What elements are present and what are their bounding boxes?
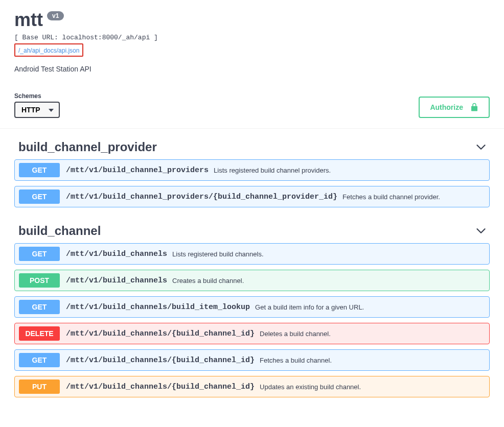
operation-path: /mtt/v1/build_channels xyxy=(66,276,167,285)
operation-row[interactable]: DELETE/mtt/v1/build_channels/{build_chan… xyxy=(14,323,490,344)
scheme-authorize-row: Schemes HTTP Authorize xyxy=(0,78,504,129)
operation-row[interactable]: GET/mtt/v1/build_channels/{build_channel… xyxy=(14,349,490,371)
operation-path: /mtt/v1/build_channels/{build_channel_id… xyxy=(66,356,255,365)
tag-name: build_channel xyxy=(18,224,101,238)
operation-path: /mtt/v1/build_channel_providers/{build_c… xyxy=(66,193,337,201)
operation-path: /mtt/v1/build_channel_providers xyxy=(66,166,209,175)
schemes-block: Schemes HTTP xyxy=(14,92,60,118)
operation-row[interactable]: GET/mtt/v1/build_channels/build_item_loo… xyxy=(14,296,490,318)
operation-path: /mtt/v1/build_channels xyxy=(66,250,167,258)
method-badge-post: POST xyxy=(19,273,60,288)
api-json-link-highlight: /_ah/api_docs/api.json xyxy=(14,43,83,57)
method-badge-get: GET xyxy=(19,353,60,367)
operation-row[interactable]: POST/mtt/v1/build_channelsCreates a buil… xyxy=(14,270,490,291)
method-badge-get: GET xyxy=(19,300,60,314)
lock-icon xyxy=(470,103,478,112)
tag-name: build_channel_provider xyxy=(18,140,157,154)
tag-header-build_channel[interactable]: build_channel xyxy=(14,212,490,243)
api-description: Android Test Station API xyxy=(14,65,490,73)
operation-row[interactable]: GET/mtt/v1/build_channelsLists registere… xyxy=(14,243,490,265)
tags-area: build_channel_providerGET/mtt/v1/build_c… xyxy=(0,129,504,397)
method-badge-get: GET xyxy=(19,189,60,204)
authorize-label: Authorize xyxy=(430,103,463,111)
operation-summary: Fetches a build channel. xyxy=(260,357,332,364)
operation-path: /mtt/v1/build_channels/build_item_lookup xyxy=(66,303,250,312)
operation-summary: Updates an existing build channel. xyxy=(260,383,361,391)
api-title: mtt xyxy=(14,9,43,31)
chevron-down-icon xyxy=(476,228,486,234)
operation-summary: Lists registered build channels. xyxy=(172,250,264,258)
operation-path: /mtt/v1/build_channels/{build_channel_id… xyxy=(66,383,255,391)
tag-header-build_channel_provider[interactable]: build_channel_provider xyxy=(14,129,490,159)
version-badge: v1 xyxy=(47,11,64,20)
operation-summary: Creates a build channel. xyxy=(172,277,244,284)
method-badge-get: GET xyxy=(19,247,60,261)
schemes-label: Schemes xyxy=(14,92,60,100)
method-badge-get: GET xyxy=(19,163,60,177)
title-row: mtt v1 xyxy=(14,9,490,31)
schemes-select[interactable]: HTTP xyxy=(14,102,60,118)
operation-summary: Deletes a build channel. xyxy=(260,330,331,338)
api-json-link[interactable]: /_ah/api_docs/api.json xyxy=(18,47,79,54)
info-section: mtt v1 [ Base URL: localhost:8000/_ah/ap… xyxy=(0,0,504,78)
operation-summary: Lists registered build channel providers… xyxy=(214,167,331,174)
operation-row[interactable]: GET/mtt/v1/build_channel_providersLists … xyxy=(14,159,490,181)
operation-summary: Get a build item info for a given URL. xyxy=(255,303,364,311)
operation-path: /mtt/v1/build_channels/{build_channel_id… xyxy=(66,329,255,338)
operation-row[interactable]: PUT/mtt/v1/build_channels/{build_channel… xyxy=(14,376,490,397)
chevron-down-icon xyxy=(476,144,486,150)
method-badge-put: PUT xyxy=(19,379,60,394)
authorize-button[interactable]: Authorize xyxy=(419,97,490,118)
operation-summary: Fetches a build channel provider. xyxy=(342,193,440,201)
operation-row[interactable]: GET/mtt/v1/build_channel_providers/{buil… xyxy=(14,186,490,207)
base-url: [ Base URL: localhost:8000/_ah/api ] xyxy=(14,34,490,41)
method-badge-delete: DELETE xyxy=(19,326,60,341)
